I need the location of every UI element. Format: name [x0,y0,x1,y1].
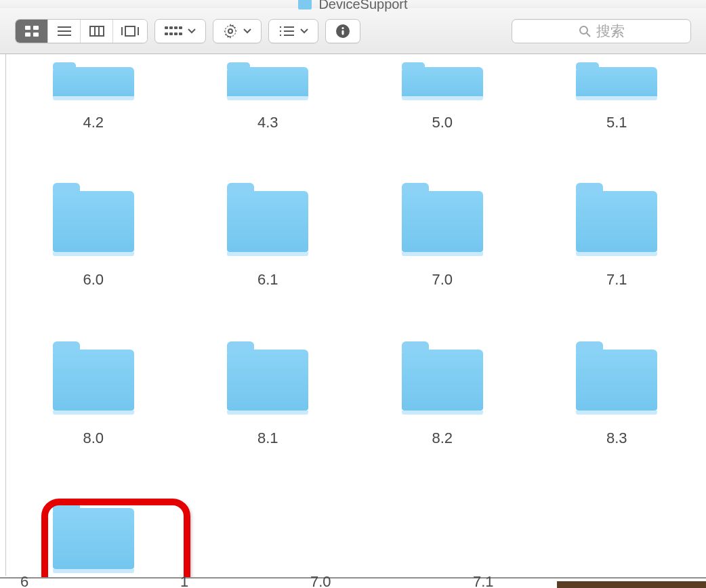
folder-item[interactable]: 5.1 [530,62,705,157]
folder-item[interactable]: 8.2 [355,324,530,474]
folder-item[interactable]: 4.2 [6,62,181,157]
folder-label: 5.0 [432,114,453,131]
folder-row: 8.4 (12H141) [6,474,704,588]
folder-label: 4.3 [257,114,278,131]
folder-item[interactable]: 7.1 [530,165,705,316]
folder-icon [53,62,134,103]
svg-rect-20 [179,33,182,35]
svg-rect-2 [25,33,30,37]
content-area: 4.2 4.3 5.0 5.1 6.0 6.1 7.0 7.1 [5,54,706,576]
svg-rect-7 [90,26,104,36]
folder-label: 5.1 [606,114,627,131]
folder-row: 4.2 4.3 5.0 5.1 [6,54,704,157]
folder-label: 6.0 [83,271,104,289]
svg-rect-0 [25,26,30,30]
svg-rect-19 [174,33,178,35]
chevron-down-icon [243,28,251,34]
window-titlebar: DeviceSupport [0,0,706,8]
svg-rect-29 [342,30,344,35]
folder-icon [576,183,657,259]
folder-item[interactable]: 8.0 [6,324,181,474]
folder-item[interactable]: 6.1 [181,165,356,316]
folder-item[interactable]: 8.1 [181,324,356,474]
folder-item[interactable]: 8.3 [530,324,705,474]
folder-icon [298,0,312,9]
list-view-button[interactable] [48,20,81,43]
window-title: DeviceSupport [318,0,407,12]
folder-label: 7.0 [432,271,453,289]
svg-rect-3 [33,33,39,37]
info-icon [335,24,350,39]
arrange-button[interactable] [154,19,206,43]
svg-point-30 [580,26,587,34]
icon-view-button[interactable] [16,20,48,43]
folder-icon [576,62,657,103]
folder-item[interactable]: 6.0 [6,165,181,316]
folder-item[interactable]: 7.0 [355,165,530,316]
folder-row: 6.0 6.1 7.0 7.1 [6,157,704,316]
bottom-partial-strip: 6 1 7.0 7.1 [0,577,706,588]
partial-text: 7.1 [473,573,494,588]
svg-rect-14 [169,26,173,29]
columns-icon [89,25,104,37]
folder-row: 8.0 8.1 8.2 8.3 [6,316,704,474]
folder-icon [227,341,308,417]
svg-point-21 [280,26,281,27]
folder-item[interactable]: 4.3 [181,62,356,157]
folder-label: 6.1 [257,271,278,289]
svg-line-31 [587,33,590,37]
svg-point-25 [280,34,281,35]
folder-icon [227,62,308,103]
search-placeholder: 搜索 [596,22,625,41]
grid-icon [24,25,39,37]
action-button[interactable] [213,19,262,43]
folder-icon [53,500,134,576]
toolbar: 搜索 [0,8,706,54]
partial-text: 6 [20,573,28,588]
dropdown-list-icon [278,25,295,37]
folder-icon [402,183,483,259]
folder-item[interactable]: 8.4 (12H141) [6,482,181,588]
folder-icon [53,183,134,259]
partial-text: 7.0 [310,573,331,588]
chevron-down-icon [300,28,308,34]
share-button[interactable] [268,19,318,43]
folder-icon [402,341,483,417]
list-icon [57,25,72,37]
svg-rect-13 [165,26,168,29]
gear-icon [223,24,238,39]
column-view-button[interactable] [81,20,113,43]
chevron-down-icon [188,28,196,34]
svg-rect-11 [125,26,135,36]
folder-icon [576,341,657,417]
folder-label: 4.2 [83,114,104,131]
svg-rect-18 [169,33,173,35]
svg-point-28 [341,26,344,28]
folder-icon [402,62,483,103]
folder-icon [53,341,134,417]
partial-text: 1 [180,573,188,588]
arrange-icon [165,25,182,37]
partial-brown-region [557,581,706,588]
folder-label: 7.1 [606,271,627,289]
folder-label: 8.2 [432,429,453,447]
svg-rect-17 [165,33,168,35]
folder-icon [227,183,308,259]
folder-label: 8.3 [606,429,627,447]
coverflow-view-button[interactable] [113,20,147,43]
search-icon [579,25,591,37]
svg-rect-16 [179,26,182,29]
svg-rect-1 [33,26,39,30]
folder-label: 8.1 [257,429,278,447]
folder-label: 8.0 [83,429,104,447]
svg-rect-15 [174,26,178,29]
coverflow-icon [121,25,139,37]
info-button[interactable] [325,19,360,43]
svg-point-23 [280,30,281,31]
search-input[interactable]: 搜索 [512,19,691,43]
view-mode-group [15,19,148,43]
folder-item[interactable]: 5.0 [355,62,530,157]
